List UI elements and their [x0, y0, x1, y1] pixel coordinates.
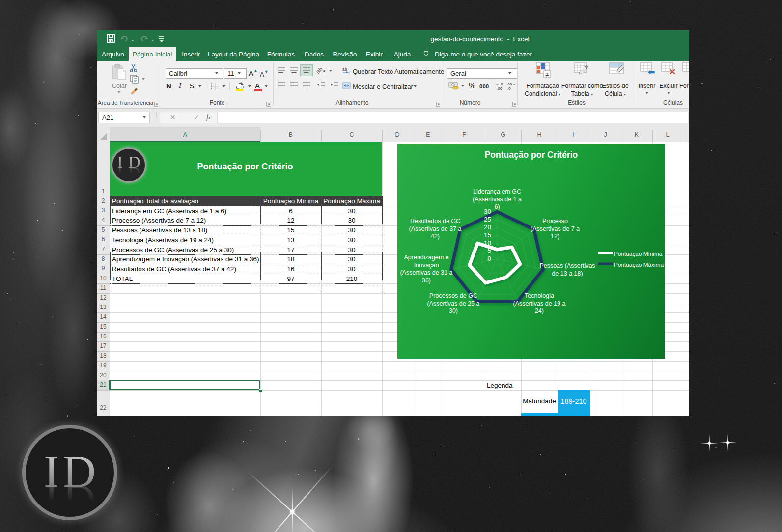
svg-text:.0: .0 — [507, 86, 511, 91]
svg-text:⬅: ⬅ — [647, 67, 655, 76]
svg-text:←.0: ←.0 — [496, 82, 503, 86]
svg-text:≠: ≠ — [545, 71, 549, 78]
svg-text:.00: .00 — [497, 86, 503, 91]
svg-text:✕: ✕ — [669, 67, 676, 76]
svg-text:ab: ab — [316, 66, 324, 75]
svg-text:ab: ab — [342, 67, 347, 72]
svg-text:.00→: .00→ — [506, 82, 516, 86]
